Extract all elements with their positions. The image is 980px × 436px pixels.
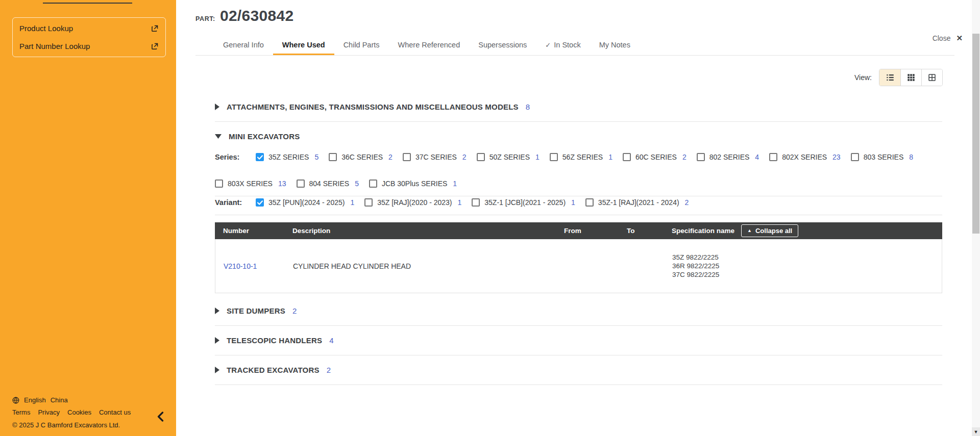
description-cell: CYLINDER HEAD CYLINDER HEAD [293,262,565,270]
chevron-down-icon [215,134,222,139]
product-lookup-label: Product Lookup [19,24,73,33]
checkbox-icon [477,153,485,161]
region-selector[interactable]: China [51,396,68,404]
terms-link[interactable]: Terms [12,408,30,416]
variant-checkbox-35z1-raj[interactable]: 35Z-1 [RAJ](2021 - 2024) 2 [585,198,689,207]
series-checkbox-802[interactable]: 802 SERIES 4 [697,153,759,161]
tab-supersessions[interactable]: Supersessions [469,36,536,55]
column-header-number: Number [223,227,292,235]
variant-checkbox-35z1-jcb[interactable]: 35Z-1 [JCB](2021 - 2025) 1 [472,198,575,207]
series-checkbox-36c[interactable]: 36C SERIES 2 [329,153,393,161]
scrollbar-thumb[interactable] [972,34,979,234]
tab-where-used[interactable]: Where Used [273,36,334,55]
sidebar-item-part-number-lookup[interactable]: Part Number Lookup [13,37,165,55]
table-row: V210-10-1 CYLINDER HEAD CYLINDER HEAD 35… [215,239,942,293]
checkbox-icon [769,153,777,161]
part-number-lookup-label: Part Number Lookup [19,42,90,50]
section-title: ATTACHMENTS, ENGINES, TRANSMISSIONS AND … [227,102,519,111]
section-count: 2 [292,306,297,315]
section-telescopic-handlers[interactable]: TELESCOPIC HANDLERS 4 [215,326,942,355]
section-count: 4 [329,336,333,345]
privacy-link[interactable]: Privacy [38,408,60,416]
view-label: View: [854,73,872,82]
tab-child-parts[interactable]: Child Parts [334,36,389,55]
series-checkbox-804[interactable]: 804 SERIES 5 [297,179,359,188]
chevron-right-icon [215,307,219,314]
tab-in-stock[interactable]: ✓ In Stock [536,36,590,55]
main-content: PART: 02/630842 Close ✕ General Info Whe… [176,0,972,436]
checkbox-icon [369,179,377,188]
view-table-button[interactable] [921,69,942,86]
checkbox-icon [851,153,859,161]
section-tracked-excavators[interactable]: TRACKED EXCAVATORS 2 [215,355,942,384]
contact-us-link[interactable]: Contact us [99,408,131,416]
language-selector[interactable]: English [24,396,46,404]
variant-label: Variant: [215,198,256,207]
tab-general-info[interactable]: General Info [214,36,273,55]
series-checkbox-802x[interactable]: 802X SERIES 23 [769,153,841,161]
series-checkbox-jcb30plus[interactable]: JCB 30Plus SERIES 1 [369,179,457,188]
chevron-right-icon [215,367,219,373]
list-view-icon [886,73,895,82]
series-label: Series: [215,153,256,161]
table-header: Number Description From To Specification… [215,222,942,239]
view-toggle-group [879,69,943,86]
view-list-button[interactable] [879,69,900,86]
section-mini-excavators[interactable]: MINI EXCAVATORS [215,122,942,151]
series-checkbox-37c[interactable]: 37C SERIES 2 [403,153,467,161]
series-checkbox-50z[interactable]: 50Z SERIES 1 [477,153,540,161]
cookies-link[interactable]: Cookies [67,408,91,416]
variant-filter-row: Variant: 35Z [PUN](2024 - 2025) 1 35Z [R… [215,196,942,215]
section-attachments[interactable]: ATTACHMENTS, ENGINES, TRANSMISSIONS AND … [215,92,942,121]
where-used-table: Number Description From To Specification… [215,222,942,293]
table-view-icon [927,73,937,82]
checkbox-icon [215,179,223,188]
series-filter-row: Series: 35Z SERIES 5 36C SERIES 2 37C SE… [215,151,942,196]
tab-bar: General Info Where Used Child Parts Wher… [195,36,954,56]
part-header: PART: 02/630842 [195,7,972,24]
tab-my-notes[interactable]: My Notes [590,36,640,55]
checkbox-icon [550,153,558,161]
series-checkbox-803x[interactable]: 803X SERIES 13 [215,179,286,188]
checkbox-icon [585,198,594,207]
close-icon: ✕ [956,34,963,43]
collapse-all-button[interactable]: ▲ Collapse all [741,224,798,237]
checkbox-icon [472,198,480,207]
chevron-right-icon [215,104,219,110]
section-title: MINI EXCAVATORS [229,132,300,141]
divider [215,384,942,385]
variant-checkbox-35z-pun[interactable]: 35Z [PUN](2024 - 2025) 1 [256,198,354,207]
view-grid-button[interactable] [900,69,921,86]
variant-checkbox-35z-raj[interactable]: 35Z [RAJ](2020 - 2023) 1 [364,198,461,207]
table-body: V210-10-1 CYLINDER HEAD CYLINDER HEAD 35… [215,239,942,293]
scrollbar-down-icon[interactable]: ▼ [972,427,980,436]
external-link-icon [151,24,159,32]
close-button[interactable]: Close ✕ [933,34,963,43]
external-link-icon [151,42,159,50]
sidebar: Product Lookup Part Number Lookup [0,0,176,436]
lookup-card: Product Lookup Part Number Lookup [12,17,166,57]
check-icon: ✓ [545,41,551,49]
sidebar-input-underline [43,3,132,4]
part-label: PART: [195,15,215,22]
series-checkbox-35z[interactable]: 35Z SERIES 5 [256,153,318,161]
triangle-up-icon: ▲ [747,228,752,233]
series-checkbox-803[interactable]: 803 SERIES 8 [851,153,913,161]
checkbox-icon [697,153,705,161]
checkbox-icon [623,153,631,161]
checkbox-icon [364,198,373,207]
sidebar-item-product-lookup[interactable]: Product Lookup [13,19,165,37]
series-checkbox-60c[interactable]: 60C SERIES 2 [623,153,687,161]
tab-where-referenced[interactable]: Where Referenced [389,36,470,55]
checkbox-icon [329,153,337,161]
vertical-scrollbar[interactable]: ▼ [972,0,980,436]
checkbox-icon [403,153,411,161]
series-checkbox-56z[interactable]: 56Z SERIES 1 [550,153,612,161]
sidebar-collapse-chevron-icon[interactable] [157,412,164,422]
column-header-specification-name: Specification name [672,227,734,235]
column-header-from: From [564,227,627,235]
copyright-text: © 2025 J C Bamford Excavators Ltd. [12,421,164,429]
part-number-link[interactable]: V210-10-1 [224,262,293,270]
section-site-dumpers[interactable]: SITE DUMPERS 2 [215,296,942,325]
where-used-sections: ATTACHMENTS, ENGINES, TRANSMISSIONS AND … [215,92,942,385]
